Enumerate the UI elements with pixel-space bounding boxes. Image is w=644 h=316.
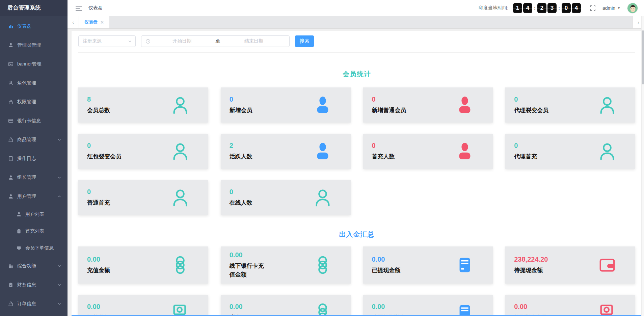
stat-value: 0 <box>514 96 548 103</box>
sidebar-item-order-info[interactable]: 订单信息 <box>0 294 68 313</box>
stat-card-new-normal-members: 0 新增普通会员 <box>363 87 493 123</box>
stat-label: 代理裂变会员 <box>514 106 548 115</box>
person-outline-icon <box>171 188 189 207</box>
stat-label: 新增普通会员 <box>372 106 406 115</box>
main-area: 仪表盘 印度当地时间: 1 4 : 2 3 : 0 4 admin ▼ <box>68 0 644 316</box>
stat-value: 0.00 <box>87 303 110 311</box>
date-range-picker[interactable]: 开始日期 至 结束日期 <box>141 35 290 47</box>
sidebar-item-first-charge-list[interactable]: 首充列表 <box>0 223 68 240</box>
stat-card-pending-withdraw-amount: 238,224.20 待提现金额 <box>505 246 635 284</box>
sidebar-item-bank-card-info[interactable]: 银行卡信息 <box>0 111 68 130</box>
chevron-down-icon <box>57 264 61 268</box>
flip-clock: 1 4 : 2 3 : 0 4 <box>513 3 581 13</box>
person-filled-icon <box>314 142 332 160</box>
dashboard-panel: 注册来源 开始日期 至 结束日期 搜索 会员统计 8 <box>72 31 641 316</box>
clipboard-icon <box>16 229 22 234</box>
sidebar-item-label: 仪表盘 <box>17 23 31 29</box>
username: admin <box>602 5 615 11</box>
stat-value: 238,224.20 <box>514 256 548 263</box>
end-date-input[interactable]: 结束日期 <box>222 38 286 44</box>
chevron-down-icon <box>128 39 132 43</box>
stat-card-active-users: 2 活跃人数 <box>221 134 351 169</box>
sidebar-item-goods-management[interactable]: 商品管理 <box>0 130 68 149</box>
chevron-down-icon <box>57 138 61 142</box>
stat-label: 首充人数 <box>372 152 395 161</box>
order-bag-icon <box>8 301 14 307</box>
bank-card-icon <box>8 118 14 124</box>
stat-value: 0 <box>87 142 122 150</box>
stat-card-bonus: 0.00 赠金 <box>221 295 351 316</box>
sidebar-item-operation-log[interactable]: 操作日志 <box>0 149 68 168</box>
person-filled-icon <box>314 96 332 114</box>
stat-value: 0 <box>372 96 406 103</box>
start-date-input[interactable]: 开始日期 <box>151 38 214 44</box>
sidebar-item-permission-management[interactable]: 权限管理 <box>0 93 68 111</box>
stat-value: 0.00 <box>230 303 243 311</box>
app-title: 后台管理系统 <box>0 0 68 16</box>
sidebar-item-finance-info[interactable]: 财务信息 <box>0 275 68 294</box>
stat-label: 活跃人数 <box>230 152 252 161</box>
leader-icon <box>8 175 14 180</box>
stat-card-first-charge-users: 0 首充人数 <box>363 134 493 169</box>
shopping-bag-icon <box>8 137 14 142</box>
stat-value: 0 <box>87 188 110 196</box>
tab-scroll-left-button[interactable]: ‹ <box>68 16 79 28</box>
clock-digit: 3 <box>547 3 557 13</box>
stat-label: 线下银行卡充值金额 <box>230 262 267 279</box>
stat-label: 红包裂变会员 <box>87 152 122 161</box>
stat-card-online-users: 0 在线人数 <box>221 180 351 215</box>
sidebar-item-leader-management[interactable]: 组长管理 <box>0 168 68 187</box>
collapse-menu-icon[interactable] <box>76 5 82 11</box>
stat-value: 0 <box>230 188 252 196</box>
vertical-scrollbar[interactable] <box>641 16 644 316</box>
user-icon <box>16 212 22 217</box>
sidebar-menu: 仪表盘 管理员管理 banner管理 角色管理 权限管理 银行卡信息 <box>0 16 68 313</box>
person-outline-icon <box>171 142 189 160</box>
stat-value: 0.00 <box>514 303 548 311</box>
app-root: 后台管理系统 仪表盘 管理员管理 banner管理 角色管理 权限管理 <box>0 0 644 316</box>
role-person-icon <box>8 80 14 86</box>
clock-digit: 2 <box>537 3 546 13</box>
sidebar-item-admin-management[interactable]: 管理员管理 <box>0 36 68 55</box>
stat-card-withdrawn-amount: 0.00 已提现金额 <box>363 246 493 284</box>
clock-icon <box>145 39 151 44</box>
member-stats-grid: 8 会员总数 0 新增会员 0 新增普通会员 <box>78 87 635 215</box>
sidebar-item-dashboard[interactable]: 仪表盘 <box>0 17 68 36</box>
admin-user-icon <box>8 43 14 48</box>
chevron-down-icon <box>57 302 61 306</box>
sidebar-item-member-order-info[interactable]: 会员下单信息 <box>0 240 68 257</box>
user-dropdown[interactable]: admin ▼ <box>602 5 620 11</box>
register-source-select[interactable]: 注册来源 <box>78 35 136 47</box>
stat-value: 0.00 <box>372 256 401 263</box>
fullscreen-icon[interactable] <box>590 5 596 11</box>
sidebar-item-user-list[interactable]: 用户列表 <box>0 206 68 223</box>
wallet-icon <box>598 256 616 274</box>
clock-digit: 4 <box>572 3 581 13</box>
date-separator: 至 <box>214 38 222 44</box>
sidebar-item-user-management[interactable]: 用户管理 <box>0 187 68 206</box>
clock-digit: 4 <box>523 3 532 13</box>
stat-label: 普通首充 <box>87 199 110 207</box>
sidebar-item-composite-functions[interactable]: 综合功能 <box>0 257 68 275</box>
select-placeholder: 注册来源 <box>83 38 102 44</box>
clock-colon: : <box>534 5 536 11</box>
breadcrumb: 仪表盘 <box>88 5 103 11</box>
tab-dashboard[interactable]: 仪表盘 ✕ <box>79 16 109 28</box>
search-button[interactable]: 搜索 <box>295 35 314 47</box>
stat-card-redpacket-fission-members: 0 红包裂变会员 <box>78 134 208 169</box>
close-icon[interactable]: ✕ <box>100 20 104 25</box>
bar-chart-icon <box>8 24 14 29</box>
sidebar: 后台管理系统 仪表盘 管理员管理 banner管理 角色管理 权限管理 <box>0 0 68 316</box>
filter-row: 注册来源 开始日期 至 结束日期 搜索 <box>78 35 635 53</box>
stat-card-recharge-amount: 0.00 充值金额 <box>78 246 208 284</box>
stat-label: 代理首充 <box>514 152 537 161</box>
stat-label: 已提现金额 <box>372 266 401 275</box>
scrollbar-thumb[interactable] <box>642 30 644 84</box>
sidebar-item-banner-management[interactable]: banner管理 <box>0 55 68 74</box>
avatar[interactable] <box>627 3 638 14</box>
sidebar-item-role-management[interactable]: 角色管理 <box>0 74 68 93</box>
stat-value: 0.00 <box>87 256 110 263</box>
stat-card-offline-bank-recharge: 0.00 线下银行卡充值金额 <box>221 246 351 284</box>
person-outline-icon <box>598 96 616 114</box>
member-stats-title: 会员统计 <box>78 70 635 79</box>
